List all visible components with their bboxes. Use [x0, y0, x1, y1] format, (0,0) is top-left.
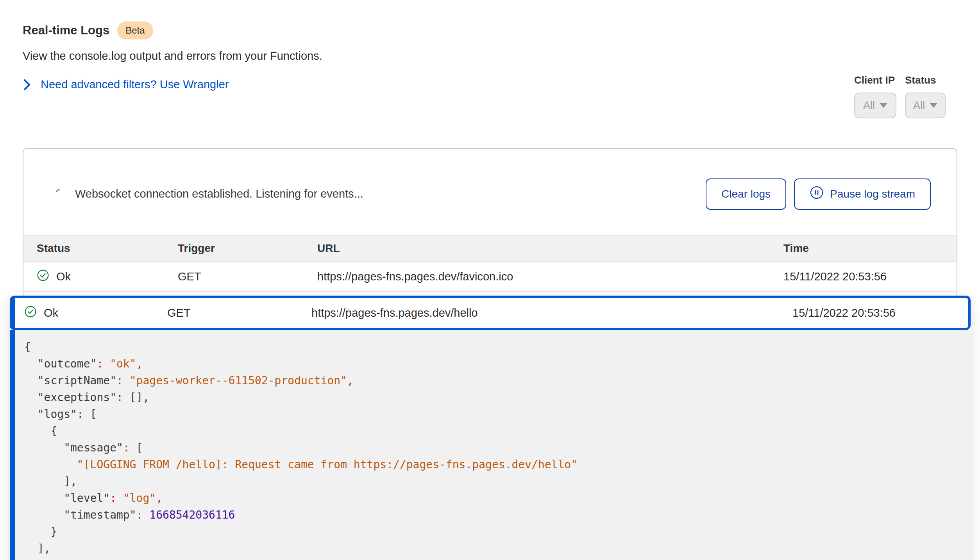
spinner-icon	[55, 188, 65, 200]
filters: Client IP All Status All	[854, 74, 946, 118]
json-line: "level": "log",	[24, 490, 971, 506]
trigger-text: GET	[167, 307, 311, 319]
connection-bar: Websocket connection established. Listen…	[23, 149, 957, 235]
status-ok-icon	[24, 305, 37, 321]
page-subtitle: View the console.log output and errors f…	[23, 50, 322, 62]
realtime-logs-page: Real-time Logs Beta View the console.log…	[0, 0, 980, 560]
client-ip-value: All	[863, 100, 875, 112]
col-status: Status	[23, 242, 178, 255]
pause-log-stream-button[interactable]: Pause log stream	[794, 178, 931, 210]
json-line: "scriptName": "pages-worker--611502-prod…	[24, 372, 971, 389]
json-line: ],	[24, 473, 971, 490]
status-value: All	[913, 100, 925, 112]
status-filter: Status All	[905, 74, 946, 118]
wrangler-link-label: Need advanced filters? Use Wrangler	[41, 78, 229, 91]
json-line: "outcome": "ok",	[24, 355, 971, 372]
caret-down-icon	[930, 103, 937, 108]
time-text: 15/11/2022 20:53:56	[792, 307, 968, 319]
beta-badge: Beta	[117, 21, 153, 39]
client-ip-label: Client IP	[854, 74, 896, 86]
page-header: Real-time Logs Beta View the console.log…	[23, 21, 322, 91]
clear-logs-button[interactable]: Clear logs	[706, 178, 786, 210]
json-line: "[LOGGING FROM /hello]: Request came fro…	[24, 456, 971, 473]
time-text: 15/11/2022 20:53:56	[783, 270, 957, 283]
json-line: "logs": [	[24, 406, 971, 423]
connection-status-message: Websocket connection established. Listen…	[75, 187, 363, 200]
status-text: Ok	[44, 307, 58, 319]
client-ip-filter: Client IP All	[854, 74, 896, 118]
pause-icon	[810, 185, 824, 202]
page-title: Real-time Logs	[23, 23, 109, 37]
json-line: }	[24, 523, 971, 540]
col-trigger: Trigger	[178, 242, 317, 255]
wrangler-advanced-filters-link[interactable]: Need advanced filters? Use Wrangler	[23, 78, 322, 91]
pause-log-stream-label: Pause log stream	[830, 188, 915, 200]
json-view: { "outcome": "ok", "scriptName": "pages-…	[24, 339, 971, 557]
expanded-log-entry: Ok GET https://pages-fns.pages.dev/hello…	[10, 296, 971, 560]
col-url: URL	[317, 242, 783, 255]
table-row[interactable]: Ok GET https://pages-fns.pages.dev/favic…	[23, 262, 957, 292]
client-ip-dropdown[interactable]: All	[854, 93, 896, 118]
col-time: Time	[783, 242, 957, 255]
log-detail-panel: { "outcome": "ok", "scriptName": "pages-…	[10, 330, 971, 560]
json-line: "exceptions": [],	[24, 389, 971, 406]
table-row-selected[interactable]: Ok GET https://pages-fns.pages.dev/hello…	[10, 296, 971, 330]
caret-down-icon	[880, 103, 887, 108]
json-line: {	[24, 339, 971, 355]
clear-logs-label: Clear logs	[721, 188, 771, 200]
json-line: ],	[24, 540, 971, 557]
json-line: {	[24, 423, 971, 439]
chevron-right-icon	[23, 78, 31, 91]
status-label: Status	[905, 74, 946, 86]
json-line: "timestamp": 1668542036116	[24, 506, 971, 523]
url-text: https://pages-fns.pages.dev/favicon.ico	[317, 270, 783, 283]
table-header: Status Trigger URL Time	[23, 235, 957, 262]
url-text: https://pages-fns.pages.dev/hello	[311, 307, 792, 319]
status-dropdown[interactable]: All	[905, 93, 946, 118]
status-text: Ok	[56, 270, 71, 283]
json-line: "message": [	[24, 439, 971, 456]
trigger-text: GET	[178, 270, 317, 283]
status-ok-icon	[37, 269, 49, 284]
log-actions: Clear logs Pause log stream	[706, 178, 931, 210]
